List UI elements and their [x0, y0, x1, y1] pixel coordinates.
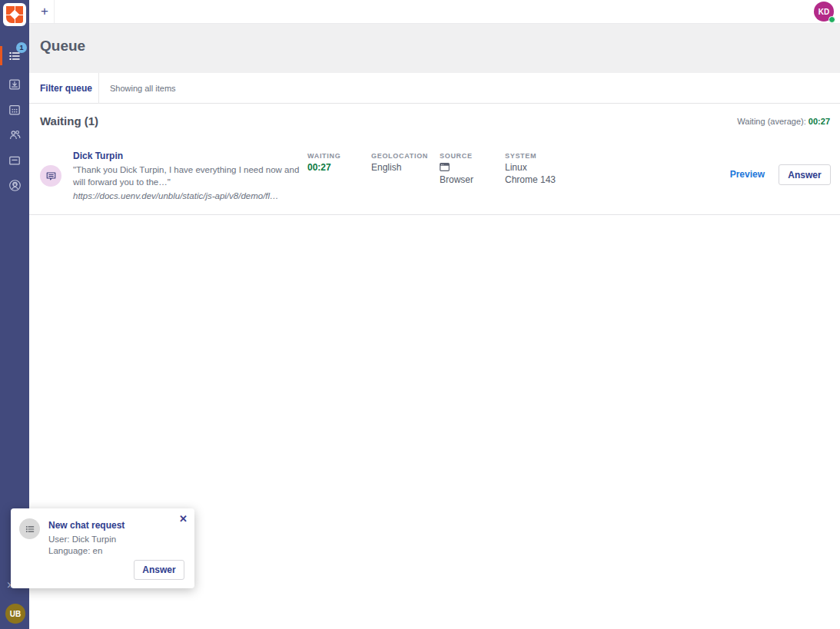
- new-chat-request-toast: New chat request User: Dick Turpin Langu…: [11, 508, 194, 588]
- toast-user-line: User: Dick Turpin: [48, 535, 116, 544]
- waiting-time-value: 00:27: [307, 162, 331, 173]
- sidebar-item-agent-monitor[interactable]: [0, 173, 29, 198]
- sidebar-item-queue[interactable]: 1: [0, 43, 29, 69]
- visitor-name-link[interactable]: Dick Turpin: [73, 151, 123, 161]
- visitor-avatar: [40, 165, 61, 187]
- visitor-page-url: https://docs.uenv.dev/unblu/static/js-ap…: [73, 191, 305, 200]
- answer-button[interactable]: Answer: [779, 164, 831, 185]
- browser-window-icon: [440, 163, 450, 171]
- app-window: 1: [0, 0, 840, 629]
- top-tab-bar: + KD: [29, 0, 840, 24]
- sidebar-item-calendar[interactable]: [0, 97, 29, 122]
- waiting-average-label: Waiting (average):: [737, 117, 808, 126]
- unblu-logo: [3, 3, 26, 26]
- waiting-column-label: WAITING: [307, 152, 340, 160]
- filter-queue-button[interactable]: Filter queue: [40, 73, 92, 104]
- agent-headset-icon: [8, 179, 22, 192]
- page-header: Queue: [29, 24, 840, 73]
- team-avatar[interactable]: UB: [5, 604, 25, 624]
- toast-language-line: Language: en: [48, 546, 102, 555]
- last-message-preview: "Thank you Dick Turpin, I have everythin…: [73, 164, 305, 188]
- toast-title: New chat request: [48, 520, 125, 531]
- queue-item-row: Dick Turpin "Thank you Dick Turpin, I ha…: [29, 141, 840, 215]
- online-status-dot: [828, 16, 835, 23]
- page-title: Queue: [40, 38, 85, 55]
- filter-bar: Filter queue Showing all items: [29, 73, 840, 104]
- user-avatar-initials: KD: [818, 8, 829, 16]
- source-value: Browser: [440, 174, 473, 185]
- queue-notification-icon: [19, 518, 40, 539]
- sidebar-nav: 1: [0, 43, 29, 198]
- tab-divider: [54, 0, 55, 23]
- chat-bubble-icon: [45, 170, 57, 182]
- sidebar-item-archive[interactable]: [0, 147, 29, 173]
- close-icon[interactable]: ✕: [179, 513, 188, 525]
- tray-icon: [8, 154, 21, 167]
- people-icon: [8, 128, 22, 141]
- waiting-section-header: Waiting (1) Waiting (average): 00:27: [29, 104, 840, 141]
- calendar-icon: [8, 104, 21, 116]
- filter-divider: [98, 73, 99, 104]
- sidebar-item-inbox[interactable]: [0, 71, 29, 97]
- queue-count-badge: 1: [16, 42, 27, 53]
- waiting-average-value: 00:27: [808, 117, 830, 126]
- toast-answer-button[interactable]: Answer: [134, 560, 184, 580]
- geolocation-column-label: GEOLOCATION: [371, 152, 428, 160]
- new-tab-button[interactable]: +: [35, 2, 54, 21]
- system-os-value: Linux: [505, 162, 527, 173]
- inbox-icon: [8, 78, 21, 91]
- waiting-count-heading: Waiting (1): [40, 114, 98, 127]
- active-indicator: [0, 46, 2, 65]
- system-browser-value: Chrome 143: [505, 174, 556, 185]
- preview-link[interactable]: Preview: [730, 169, 765, 180]
- source-column-label: SOURCE: [440, 152, 473, 160]
- system-column-label: SYSTEM: [505, 152, 536, 160]
- filter-status-text: Showing all items: [110, 73, 176, 104]
- sidebar-item-team[interactable]: [0, 122, 29, 147]
- waiting-average: Waiting (average): 00:27: [737, 117, 830, 126]
- user-avatar[interactable]: KD: [814, 2, 834, 22]
- geolocation-value: English: [371, 162, 401, 173]
